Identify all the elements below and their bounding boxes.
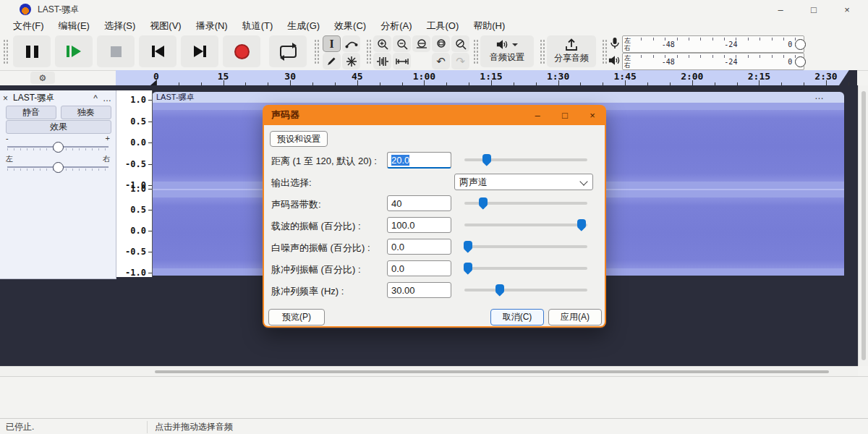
dialog-slider[interactable] — [464, 289, 587, 292]
window-maximize-button[interactable]: □ — [797, 0, 830, 19]
loop-button[interactable] — [269, 35, 307, 67]
preview-button[interactable]: 预览(P) — [268, 309, 325, 326]
meter-scale-label: 0 — [788, 41, 792, 48]
output-choice-dropdown[interactable]: 两声道 — [454, 174, 593, 190]
dialog-value-field[interactable]: 30.00 — [387, 282, 451, 298]
selection-tool-button[interactable]: I — [323, 35, 341, 52]
dialog-slider[interactable] — [464, 202, 587, 205]
pause-button[interactable] — [13, 35, 51, 67]
audio-setup-grip[interactable] — [473, 39, 479, 65]
multi-tool-button[interactable] — [342, 53, 360, 69]
stop-button[interactable] — [97, 35, 135, 67]
track-title[interactable]: LAST-骡卓 — [13, 92, 90, 104]
dialog-slider-thumb[interactable] — [479, 197, 488, 206]
play-button[interactable] — [55, 35, 93, 67]
horizontal-scrollbar-thumb[interactable] — [155, 370, 829, 373]
zoom-toggle-button[interactable] — [451, 35, 469, 52]
dialog-slider[interactable] — [464, 267, 587, 270]
recording-meter[interactable]: 左右 -48-240 — [622, 35, 804, 53]
dialog-row-label: 距离 (1 至 120, 默认 20) : — [271, 155, 377, 168]
meter-volume-thumb[interactable] — [795, 39, 806, 50]
dialog-value-field[interactable]: 40 — [387, 195, 451, 211]
silence-audio-button[interactable] — [393, 53, 411, 69]
dialog-slider-thumb[interactable] — [464, 241, 472, 250]
menu-item-0[interactable]: 文件(F) — [6, 18, 51, 34]
solo-button[interactable]: 独奏 — [61, 106, 111, 119]
menu-item-3[interactable]: 视图(V) — [142, 18, 188, 34]
transport-grip[interactable] — [3, 39, 9, 65]
menu-item-2[interactable]: 选择(S) — [97, 18, 142, 34]
dialog-slider[interactable] — [464, 158, 587, 161]
gain-slider[interactable] — [7, 146, 109, 148]
zoom-fit-button[interactable] — [432, 35, 450, 52]
skip-to-start-button[interactable] — [139, 35, 176, 67]
dialog-slider-thumb[interactable] — [482, 154, 491, 163]
vertical-scale-ruler[interactable]: 1.00.50.0-0.5-1.01.00.50.0-0.5-1.0 — [116, 90, 153, 277]
skip-to-end-button[interactable] — [181, 35, 218, 67]
meter-grip[interactable] — [602, 39, 608, 65]
presets-settings-button[interactable]: 预设和设置 — [270, 131, 328, 147]
timeline-ruler[interactable]: 01530451:001:151:301:452:002:152:30 — [116, 70, 857, 86]
vertical-scrollbar[interactable] — [858, 85, 868, 366]
dialog-maximize-button[interactable]: □ — [551, 105, 579, 125]
dialog-value-field[interactable]: 0.0 — [387, 239, 451, 255]
undo-button[interactable]: ↶ — [432, 53, 450, 69]
zoom-out-button[interactable] — [393, 35, 411, 52]
menu-item-4[interactable]: 播录(N) — [189, 18, 235, 34]
clip-header[interactable]: LAST-骡卓 … — [152, 92, 844, 103]
zoom-selection-button[interactable] — [412, 35, 430, 52]
zoom-in-button[interactable] — [373, 35, 391, 52]
timeline-options-button[interactable]: ⚙ — [30, 72, 55, 84]
horizontal-scrollbar[interactable] — [0, 366, 858, 377]
meter-scale-label: -48 — [662, 41, 675, 48]
vocoder-dialog[interactable]: 声码器 – □ × 预设和设置 距离 (1 至 120, 默认 20) :20.… — [263, 105, 606, 329]
share-audio-button[interactable]: 分享音频 — [547, 35, 596, 67]
dialog-value-field[interactable]: 0.0 — [387, 260, 451, 276]
menu-item-10[interactable]: 帮助(H) — [466, 18, 512, 34]
menu-item-7[interactable]: 效果(C) — [327, 18, 373, 34]
clip-menu-button[interactable]: … — [814, 90, 824, 101]
cancel-button[interactable]: 取消(C) — [490, 309, 544, 326]
dialog-title-bar[interactable]: 声码器 – □ × — [263, 105, 606, 125]
track-menu-button[interactable]: … — [101, 93, 113, 103]
playback-meter[interactable]: 左右 -48-240 — [622, 53, 804, 70]
window-minimize-button[interactable]: – — [764, 0, 797, 19]
dialog-close-button[interactable]: × — [579, 105, 606, 125]
menu-item-6[interactable]: 生成(G) — [280, 18, 327, 34]
tools-grip[interactable] — [314, 39, 320, 65]
envelope-tool-button[interactable] — [342, 35, 360, 52]
share-grip[interactable] — [540, 39, 545, 65]
record-button[interactable] — [223, 35, 260, 67]
track-control-panel[interactable]: × LAST-骡卓 ^ … 静音 独奏 效果 - + 左 右 — [0, 90, 116, 279]
draw-tool-button[interactable] — [323, 53, 341, 69]
apply-button[interactable]: 应用(A) — [548, 309, 602, 326]
redo-button[interactable]: ↷ — [451, 53, 469, 69]
audio-setup-button[interactable]: 音频设置 — [480, 35, 534, 67]
gear-icon: ⚙ — [39, 73, 47, 83]
mute-button[interactable]: 静音 — [6, 106, 56, 119]
effects-button[interactable]: 效果 — [6, 120, 111, 134]
menu-item-5[interactable]: 轨道(T) — [235, 18, 281, 34]
dialog-slider-thumb[interactable] — [464, 263, 472, 271]
edit-grip[interactable] — [366, 39, 372, 65]
dialog-slider-thumb[interactable] — [577, 219, 586, 228]
dropdown-value: 两声道 — [459, 176, 488, 189]
vertical-scrollbar-thumb[interactable] — [861, 91, 866, 360]
pan-slider[interactable] — [7, 166, 109, 168]
track-collapse-button[interactable]: ^ — [90, 93, 101, 103]
dialog-slider[interactable] — [464, 245, 587, 248]
dialog-slider[interactable] — [464, 224, 587, 226]
dialog-value-field[interactable]: 100.0 — [387, 217, 451, 233]
menu-item-1[interactable]: 编辑(E) — [51, 18, 97, 34]
pan-slider-thumb[interactable] — [53, 162, 64, 173]
gain-slider-thumb[interactable] — [53, 142, 64, 153]
dialog-minimize-button[interactable]: – — [524, 105, 551, 125]
dialog-slider-thumb[interactable] — [495, 284, 504, 293]
trim-audio-button[interactable] — [373, 53, 391, 69]
window-close-button[interactable]: × — [830, 0, 864, 19]
dialog-value-field[interactable]: 20.0 — [387, 152, 451, 169]
menu-item-9[interactable]: 工具(O) — [419, 18, 466, 34]
meter-volume-thumb[interactable] — [795, 56, 806, 67]
menu-item-8[interactable]: 分析(A) — [373, 18, 419, 34]
track-close-button[interactable]: × — [3, 93, 13, 103]
